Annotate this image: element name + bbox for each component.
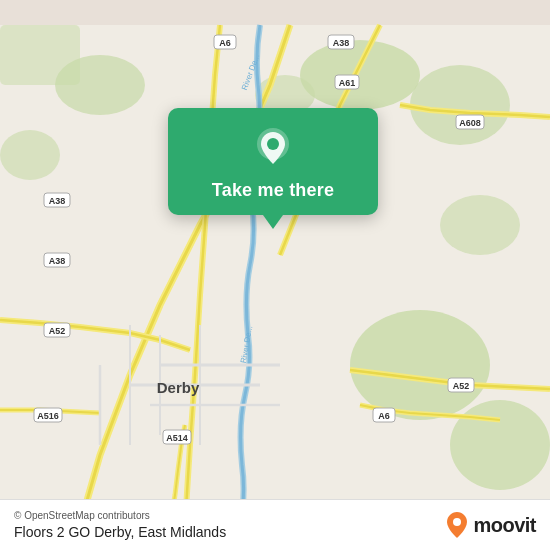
osm-credit: © OpenStreetMap contributors bbox=[14, 510, 226, 521]
svg-point-4 bbox=[450, 400, 550, 490]
svg-point-44 bbox=[453, 518, 461, 526]
bottom-left: © OpenStreetMap contributors Floors 2 GO… bbox=[14, 510, 226, 540]
svg-text:A6: A6 bbox=[219, 38, 231, 48]
svg-point-43 bbox=[267, 138, 279, 150]
svg-text:Derby: Derby bbox=[157, 379, 200, 396]
take-me-there-label: Take me there bbox=[212, 180, 334, 201]
svg-text:A38: A38 bbox=[49, 196, 66, 206]
svg-point-9 bbox=[440, 195, 520, 255]
svg-text:A61: A61 bbox=[339, 78, 356, 88]
map-container: A6 A38 A61 A608 A38 A38 A52 A52 A6 A516 … bbox=[0, 0, 550, 550]
svg-rect-7 bbox=[0, 25, 80, 85]
take-me-there-card[interactable]: Take me there bbox=[168, 108, 378, 215]
svg-point-3 bbox=[350, 310, 490, 420]
moovit-logo: moovit bbox=[445, 511, 536, 539]
svg-point-6 bbox=[0, 130, 60, 180]
svg-text:A6: A6 bbox=[378, 411, 390, 421]
svg-text:A38: A38 bbox=[333, 38, 350, 48]
location-name: Floors 2 GO Derby, East Midlands bbox=[14, 524, 226, 540]
svg-text:A514: A514 bbox=[166, 433, 188, 443]
svg-text:A608: A608 bbox=[459, 118, 481, 128]
moovit-text: moovit bbox=[473, 514, 536, 537]
bottom-bar: © OpenStreetMap contributors Floors 2 GO… bbox=[0, 499, 550, 550]
svg-point-2 bbox=[410, 65, 510, 145]
location-pin-icon bbox=[251, 126, 295, 170]
svg-text:A52: A52 bbox=[453, 381, 470, 391]
svg-text:A38: A38 bbox=[49, 256, 66, 266]
moovit-pin-icon bbox=[445, 511, 469, 539]
svg-point-1 bbox=[300, 40, 420, 110]
svg-text:A516: A516 bbox=[37, 411, 59, 421]
map-background: A6 A38 A61 A608 A38 A38 A52 A52 A6 A516 … bbox=[0, 0, 550, 550]
svg-text:A52: A52 bbox=[49, 326, 66, 336]
